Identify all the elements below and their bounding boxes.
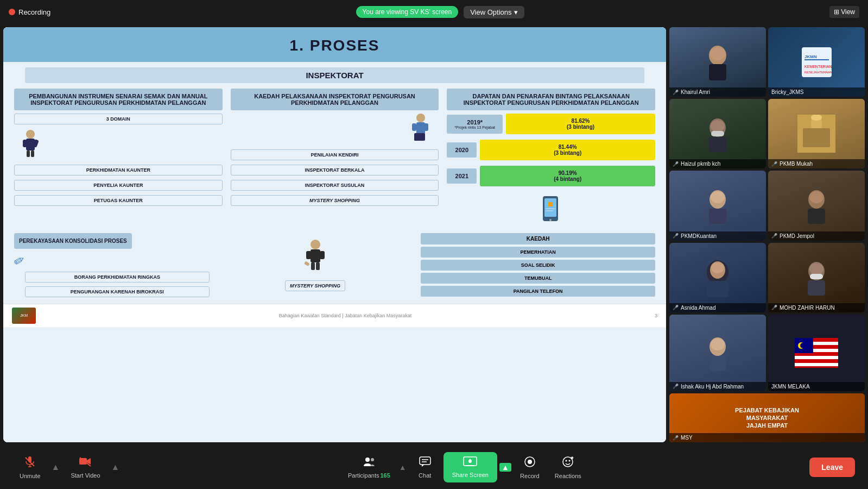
svg-rect-46	[808, 209, 825, 224]
tile-face-2: JKMN KEMENTERIAN KESEJAHTERAAN	[768, 27, 865, 97]
bottom-left: PEREKAYASAAN KONSOLIDASI PROSES ✏ BORANG…	[14, 233, 210, 298]
mic-icon-7: 🎤	[673, 305, 679, 310]
leave-button[interactable]: Leave	[809, 457, 855, 477]
svg-rect-17	[546, 210, 553, 211]
svg-rect-20	[306, 251, 311, 259]
participant-tile-9[interactable]: 🎤 Ishak Aku Hj Abd Rahman	[669, 315, 766, 391]
tile-content-5: 🎤 PKMDKuantan	[669, 171, 766, 240]
svg-text:KEMENTERIAN: KEMENTERIAN	[804, 65, 832, 68]
tile-content-11: PEJABAT KEBAJIKAN MASYARAKAT JAJAH EMPAT…	[669, 393, 865, 442]
participant-tile-1[interactable]: 🎤 Khairul Amri	[669, 27, 766, 97]
pencil-row: ✏	[14, 253, 210, 268]
reactions-label: Reactions	[555, 473, 581, 479]
tile-face-1	[669, 27, 766, 97]
year-cell-2019: 2019* *Projek rintis 13 Pejabat	[447, 115, 503, 134]
video-arrow[interactable]: ▲	[111, 462, 120, 472]
toolbar-right: Leave	[809, 457, 855, 477]
view-button[interactable]: ⊞ View	[829, 6, 859, 18]
top-center-controls: You are viewing SV KS' screen View Optio…	[356, 6, 524, 18]
year-row-2021: 2021 90.19% (4 bintang)	[447, 166, 655, 186]
participant-tile-3[interactable]: 🎤 Haizul pkmb kch	[669, 99, 766, 168]
participant-name-1: 🎤 Khairul Amri	[669, 87, 766, 97]
top-left-controls: Recording	[9, 8, 50, 16]
participant-tile-6[interactable]: 🎤 PKMD Jempol	[768, 171, 865, 240]
svg-point-49	[711, 262, 724, 273]
share-screen-label: Share Screen	[452, 472, 489, 478]
participants-button[interactable]: Participants 165	[341, 453, 397, 482]
unmute-button[interactable]: Unmute	[13, 453, 47, 482]
participant-tile-11[interactable]: PEJABAT KEBAJIKAN MASYARAKAT JAJAH EMPAT…	[669, 393, 865, 442]
kaedah-item-2: SOAL SELIDIK	[421, 260, 655, 271]
svg-rect-19	[311, 249, 320, 262]
participant-name-2: Bricky_JKMS	[768, 87, 865, 97]
svg-rect-24	[304, 261, 310, 266]
bottom-toolbar: Unmute ▲ Start Video ▲	[0, 446, 868, 489]
tile-content-1: 🎤 Khairul Amri	[669, 27, 766, 97]
share-screen-button[interactable]: Share Screen	[443, 452, 497, 482]
reactions-svg	[562, 456, 574, 468]
svg-point-45	[809, 191, 823, 203]
footer-logo: JKM	[12, 308, 36, 324]
recording-label: Recording	[18, 8, 50, 16]
top-bar: Recording You are viewing SV KS' screen …	[0, 0, 868, 24]
perekayasaan-label: PEREKAYASAAN KONSOLIDASI PROSES	[14, 233, 132, 249]
toolbar-left: Unmute ▲ Start Video ▲	[13, 453, 119, 482]
tile-content-6: 🎤 PKMD Jempol	[768, 171, 865, 240]
svg-rect-36	[709, 137, 726, 152]
svg-rect-57	[709, 356, 726, 371]
bottom-right: KAEDAH PEMERHATIAN SOAL SELIDIK TEMUBUAL…	[421, 233, 655, 298]
mic-icon-3: 🎤	[673, 161, 679, 167]
participants-count-area: Participants 165	[348, 472, 390, 479]
svg-rect-15	[548, 202, 553, 206]
col2-title: KAEDAH PELAKSANAAN INSPEKTORAT PENGURUSA…	[231, 89, 439, 110]
mystery-person-svg	[302, 239, 329, 277]
participant-tile-2[interactable]: JKMN KEMENTERIAN KESEJAHTERAAN Bricky_JK…	[768, 27, 865, 97]
participants-panel: 🎤 Khairul Amri JKMN KEMENTERIAN KESEJAHT…	[669, 27, 865, 442]
mic-active-icon-1: 🎤	[673, 90, 679, 95]
svg-point-42	[711, 191, 725, 203]
participant-name-4: 🎤 PKMB Mukah	[768, 159, 865, 168]
person-face-svg-8	[800, 257, 833, 298]
participant-tile-8[interactable]: 🎤 MOHD ZAHIR HARUN	[768, 243, 865, 312]
view-options-button[interactable]: View Options ▾	[464, 6, 524, 18]
person-face-svg-9	[701, 333, 734, 373]
col1-title: PEMBANGUNAN INSTRUMEN SENARAI SEMAK DAN …	[14, 89, 223, 110]
record-button[interactable]: Record	[514, 453, 546, 482]
tile-face-3	[669, 99, 766, 168]
bottom-left-header: PEREKAYASAAN KONSOLIDASI PROSES	[14, 233, 210, 250]
svg-rect-62	[795, 363, 838, 366]
recording-indicator: Recording	[9, 8, 50, 16]
presentation-area: 1. PROSES INSPEKTORAT PEMBANGUNAN INSTRU…	[3, 27, 666, 442]
participants-svg	[363, 456, 376, 467]
svg-point-87	[569, 460, 571, 461]
svg-rect-11	[414, 133, 425, 141]
tile-content-8: 🎤 MOHD ZAHIR HARUN	[768, 243, 865, 312]
mic-svg	[24, 456, 36, 468]
tile-face-4	[768, 99, 865, 168]
person-svg-2	[409, 112, 433, 148]
tile-content-9: 🎤 Ishak Aku Hj Abd Rahman	[669, 315, 766, 391]
reactions-button[interactable]: Reactions	[548, 453, 588, 482]
tile-content-4: 🎤 PKMB Mukah	[768, 99, 865, 168]
svg-rect-9	[424, 123, 428, 131]
share-arrow[interactable]: ▲	[499, 463, 511, 472]
svg-rect-13	[544, 198, 556, 217]
view-label: View	[841, 8, 855, 16]
start-video-button[interactable]: Start Video	[64, 453, 106, 482]
tile-face-10	[768, 315, 865, 391]
chat-button[interactable]: Chat	[409, 453, 441, 482]
unmute-arrow[interactable]: ▲	[52, 462, 60, 472]
participant-tile-7[interactable]: 🎤 Asnida Ahmad	[669, 243, 766, 312]
participant-tile-10[interactable]: JKMN MELAKA	[768, 315, 865, 391]
svg-rect-16	[546, 208, 555, 209]
share-svg	[463, 456, 477, 467]
bottom-mid: MYSTERY SHOPPING	[218, 233, 413, 298]
participants-arrow[interactable]: ▲	[399, 463, 407, 472]
participant-tile-4[interactable]: 🎤 PKMB Mukah	[768, 99, 865, 168]
participant-tile-5[interactable]: 🎤 PKMDKuantan	[669, 171, 766, 240]
footer-logo-area: JKM	[12, 308, 36, 324]
svg-point-18	[311, 240, 320, 249]
svg-text:KESEJAHTERAAN: KESEJAHTERAAN	[804, 71, 832, 74]
slide-subtitle: INSPEKTORAT	[25, 67, 644, 83]
svg-point-34	[711, 120, 725, 132]
